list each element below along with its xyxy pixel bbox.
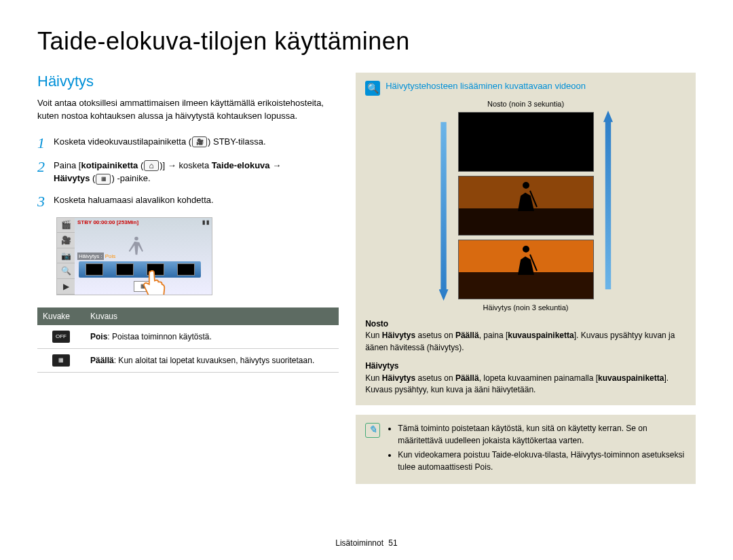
option-thumb [116, 263, 134, 276]
row-bold: Pois [90, 332, 107, 341]
sidebar-photo-icon: 📷 [57, 248, 75, 264]
sidebar-movie-icon: 🎥 [57, 233, 75, 248]
section-heading: Häivytys [37, 73, 339, 90]
page-footer: Lisätoiminnot 51 [0, 538, 733, 548]
row-bold: Päällä [90, 356, 114, 365]
nosto-block: Nosto Kun Häivytys asetus on Päällä, pai… [365, 318, 686, 354]
lcd-options-bar [79, 261, 201, 278]
table-row: ▦ Päällä: Kun aloitat tai lopetat kuvauk… [37, 348, 339, 372]
haivytys-text: Kun Häivytys asetus on Päällä, lopeta ku… [365, 373, 686, 396]
icon-on: ▦ [52, 354, 70, 367]
t: Kun [365, 331, 382, 340]
nosto-text: Kun Häivytys asetus on Päällä, paina [ku… [365, 330, 686, 354]
step-number: 1 [37, 135, 54, 151]
s2-taide: Taide-elokuva [212, 160, 270, 170]
step-2: 2 Paina [kotipainiketta ()] → kosketa Ta… [37, 159, 339, 185]
row-rest: : Kun aloitat tai lopetat kuvauksen, häi… [114, 356, 315, 365]
s2-p6: → [270, 160, 282, 170]
fader-grid-icon: ▦ [96, 174, 111, 185]
haivytys-block: Häivytys Kun Häivytys asetus on Päällä, … [365, 360, 686, 396]
steps-list: 1 Kosketa videokuvaustilapainiketta (🎥) … [37, 135, 339, 209]
s2-p1: Paina [ [54, 160, 81, 170]
lcd-top-bar: STBY 00:00:00 [253Min] ▮ ▮ [77, 219, 209, 225]
frame-sunset-bright [458, 240, 594, 299]
lcd-top-right-icons: ▮ ▮ [202, 219, 209, 225]
lcd-stby-label: STBY 00:00:00 [253Min] [77, 219, 138, 225]
home-icon [144, 160, 159, 171]
t: Kun [365, 373, 382, 383]
step1-post: ) STBY-tilassa. [208, 136, 266, 147]
s2-l2e: ) -painike. [111, 173, 150, 183]
t: kuvauspainiketta [598, 373, 664, 383]
options-table: Kuvake Kuvaus OFF Pois: Poistaa toiminno… [37, 307, 339, 373]
t: Päällä [455, 373, 479, 383]
lcd-illustration: 🎬 🎥 📷 🔍 ▶ STBY 00:00:00 [253Min] ▮ ▮ [56, 217, 212, 295]
nosto-title: Nosto [365, 318, 686, 330]
caption-top: Nosto (noin 3 sekuntia) [365, 100, 686, 108]
finger-pointer-icon [142, 270, 166, 295]
option-thumb [177, 263, 195, 276]
frame-sequence [365, 111, 686, 301]
s2-p4: )] → kosketa [159, 160, 212, 170]
option-thumb [86, 263, 103, 276]
left-column: Häivytys Voit antaa otoksillesi ammattim… [37, 73, 339, 484]
lcd-key: Häivytys : [77, 253, 104, 260]
t: Päällä [455, 331, 479, 340]
row-desc: Päällä: Kun aloitat tai lopetat kuvaukse… [85, 348, 339, 372]
note-item: Tämä toiminto poistetaan käytöstä, kun s… [398, 423, 686, 447]
sidebar-play-icon: ▶ [57, 279, 75, 295]
th-icon: Kuvake [37, 307, 85, 325]
footer-page-number: 51 [388, 538, 397, 548]
table-row: OFF Pois: Poistaa toiminnon käytöstä. [37, 325, 339, 349]
lcd-sidebar: 🎬 🎥 📷 🔍 ▶ [57, 218, 75, 295]
step-1: 1 Kosketa videokuvaustilapainiketta (🎥) … [37, 135, 339, 151]
t: , paina [ [479, 331, 508, 340]
step-3: 3 Kosketa haluamaasi alavalikon kohdetta… [37, 193, 339, 209]
arrow-down [436, 111, 451, 301]
right-column: 🔍 Häivytystehosteen lisääminen kuvattava… [356, 73, 696, 484]
note-box: ✎ Tämä toiminto poistetaan käytöstä, kun… [356, 415, 696, 484]
lcd-value: Pois [104, 253, 116, 259]
t: , lopeta kuvaaminen painamalla [ [479, 373, 598, 383]
page-title: Taide-elokuva-tilojen käyttäminen [37, 27, 696, 56]
golfer-silhouette-icon [512, 181, 540, 212]
magnifier-icon: 🔍 [365, 81, 380, 96]
haivytys-title: Häivytys [365, 360, 686, 372]
t: Häivytys [382, 373, 415, 383]
step1-pre: Kosketa videokuvaustilapainiketta ( [54, 136, 191, 147]
step-number: 3 [37, 193, 54, 209]
s2-p3: ( [138, 160, 143, 170]
callout-title: Häivytystehosteen lisääminen kuvattavaan… [386, 81, 586, 91]
lcd-golfer-silhouette [127, 233, 146, 259]
arrow-up [601, 111, 616, 301]
frame-sunset-dim [458, 176, 594, 236]
row-desc: Pois: Poistaa toiminnon käytöstä. [85, 325, 339, 349]
note-item: Kun videokamera poistuu Taide-elokuva-ti… [398, 449, 686, 473]
t: kuvauspainiketta [508, 331, 574, 340]
sidebar-video-icon: 🎬 [57, 218, 75, 234]
th-desc: Kuvaus [85, 307, 339, 325]
sidebar-zoom-icon: 🔍 [57, 263, 75, 279]
s2-haivytys: Häivytys [54, 173, 90, 183]
step-text: Kosketa haluamaasi alavalikon kohdetta. [54, 193, 339, 207]
s2-koti: kotipainiketta [81, 160, 138, 170]
note-item-text: Kun videokamera poistuu Taide-elokuva-ti… [398, 450, 684, 471]
frame-black [458, 112, 594, 172]
intro-paragraph: Voit antaa otoksillesi ammattimaisen ilm… [37, 97, 339, 123]
step-text: Kosketa videokuvaustilapainiketta (🎥) ST… [54, 135, 339, 149]
video-mode-icon: 🎥 [192, 136, 207, 147]
t: Häivytys [382, 331, 415, 340]
t: asetus on [415, 373, 455, 383]
step-text: Paina [kotipainiketta ()] → kosketa Taid… [54, 159, 339, 185]
caption-bottom: Häivytys (noin 3 sekuntia) [365, 303, 686, 312]
icon-off: OFF [52, 331, 70, 343]
row-rest: : Poistaa toiminnon käytöstä. [107, 332, 211, 341]
t: asetus on [415, 331, 455, 340]
s2-l2m: ( [90, 173, 95, 183]
note-list: Tämä toiminto poistetaan käytöstä, kun s… [387, 423, 686, 476]
lcd-setting-label: Häivytys :Pois [77, 253, 115, 259]
step-number: 2 [37, 159, 54, 174]
footer-section: Lisätoiminnot [335, 538, 383, 548]
note-icon: ✎ [365, 423, 380, 438]
golfer-silhouette-icon [512, 245, 540, 276]
